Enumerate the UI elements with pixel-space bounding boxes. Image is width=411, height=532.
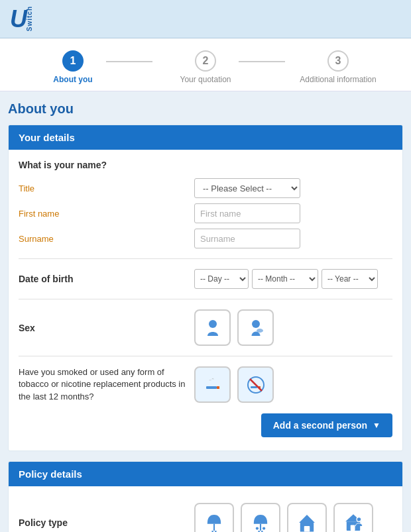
firstname-row: First name xyxy=(19,203,392,223)
svg-point-12 xyxy=(263,527,265,529)
policy-details-body: Policy type xyxy=(9,486,402,532)
step-1[interactable]: 1 About you xyxy=(20,50,126,84)
smoking-question-label: Have you smoked or used any form of toba… xyxy=(19,366,194,403)
add-second-row: Add a second person ▼ xyxy=(19,413,392,437)
add-second-person-button[interactable]: Add a second person ▼ xyxy=(261,413,392,437)
policy-details-card: Policy details Policy type xyxy=(8,461,403,532)
your-details-body: What is your name? Title -- Please Selec… xyxy=(9,150,402,451)
cigarette-icon xyxy=(202,374,223,396)
step-2-circle: 2 xyxy=(195,50,216,72)
policy-family-button[interactable] xyxy=(287,503,327,532)
progress-steps: 1 About you 2 Your quotation 3 Additiona… xyxy=(0,38,411,91)
dob-label: Date of birth xyxy=(19,274,194,284)
umbrella-icon xyxy=(203,511,225,532)
firstname-input[interactable] xyxy=(194,203,300,223)
svg-point-0 xyxy=(209,320,217,328)
main-content: About you Your details What is your name… xyxy=(0,91,411,532)
policy-type-label: Policy type xyxy=(19,517,194,528)
title-label: Title xyxy=(19,184,194,193)
svg-rect-4 xyxy=(217,386,219,389)
svg-marker-13 xyxy=(299,515,315,523)
smoking-yes-button[interactable] xyxy=(194,366,231,403)
step-3-label: Additional information xyxy=(300,75,376,84)
policy-couple-button[interactable] xyxy=(241,503,280,532)
no-smoking-icon xyxy=(245,374,266,396)
policy-single-parent-button[interactable] xyxy=(333,503,373,532)
svg-point-19 xyxy=(357,517,361,522)
svg-rect-15 xyxy=(304,526,310,532)
logo-u-letter: U xyxy=(10,7,27,31)
step-2[interactable]: 2 Your quotation xyxy=(152,50,259,84)
dob-year-select[interactable]: -- Year -- xyxy=(322,269,378,289)
sex-row: Sex xyxy=(19,309,392,346)
logo-switch-text: Switch xyxy=(26,6,33,31)
step-3[interactable]: 3 Additional information xyxy=(285,50,391,84)
header: U Switch xyxy=(0,0,411,38)
name-question: What is your name? xyxy=(19,160,392,170)
sex-label: Sex xyxy=(19,323,194,333)
dob-row: Date of birth -- Day -- -- Month -- -- Y… xyxy=(19,269,392,289)
step-3-circle: 3 xyxy=(327,50,349,72)
divider-2 xyxy=(19,299,392,299)
page-title: About you xyxy=(8,101,403,117)
male-icon xyxy=(202,317,223,339)
svg-point-1 xyxy=(252,320,260,328)
dob-month-select[interactable]: -- Month -- xyxy=(252,269,318,289)
svg-rect-6 xyxy=(251,386,257,388)
female-button[interactable] xyxy=(237,309,274,346)
svg-rect-3 xyxy=(206,386,217,389)
surname-row: Surname xyxy=(19,229,392,248)
step-1-label: About you xyxy=(53,75,92,84)
divider-3 xyxy=(19,356,392,356)
your-details-header: Your details xyxy=(9,125,402,150)
surname-input[interactable] xyxy=(194,229,300,248)
dob-day-select[interactable]: -- Day -- xyxy=(194,269,249,289)
policy-type-icons xyxy=(194,503,373,532)
house-person-icon xyxy=(342,511,365,532)
umbrella-couple-icon xyxy=(249,511,272,532)
firstname-label: First name xyxy=(19,209,194,219)
policy-type-row: Policy type xyxy=(19,503,392,532)
step-1-circle: 1 xyxy=(62,50,84,72)
your-details-card: Your details What is your name? Title --… xyxy=(8,125,403,451)
smoking-row: Have you smoked or used any form of toba… xyxy=(19,366,392,403)
smoking-no-button[interactable] xyxy=(237,366,274,403)
title-row: Title -- Please Select -- Mr Mrs Miss Ms… xyxy=(19,178,392,198)
svg-point-11 xyxy=(256,527,259,529)
svg-point-2 xyxy=(257,329,263,333)
chevron-down-icon: ▼ xyxy=(373,421,381,430)
title-select[interactable]: -- Please Select -- Mr Mrs Miss Ms Dr xyxy=(194,178,300,198)
house-icon xyxy=(296,511,318,532)
female-icon xyxy=(245,317,266,339)
surname-label: Surname xyxy=(19,234,194,244)
svg-rect-18 xyxy=(351,525,355,531)
step-2-label: Your quotation xyxy=(180,75,231,84)
policy-details-header: Policy details xyxy=(9,462,402,486)
logo: U Switch xyxy=(10,6,33,31)
smoking-buttons xyxy=(194,366,274,403)
divider-1 xyxy=(19,258,392,259)
male-button[interactable] xyxy=(194,309,231,346)
add-second-person-label: Add a second person xyxy=(273,420,367,431)
sex-buttons xyxy=(194,309,274,346)
policy-single-button[interactable] xyxy=(194,503,234,532)
dob-selects: -- Day -- -- Month -- -- Year -- xyxy=(194,269,378,289)
